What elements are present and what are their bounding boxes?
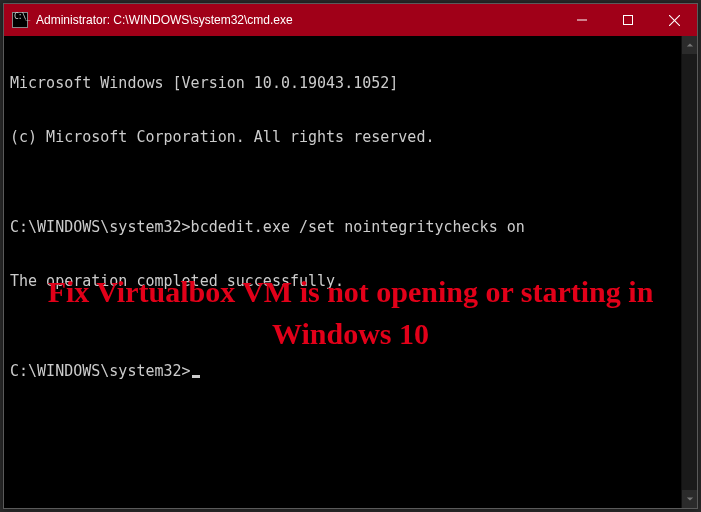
chevron-up-icon: [686, 41, 694, 49]
terminal-prompt: C:\WINDOWS\system32>: [10, 362, 191, 380]
close-icon: [669, 15, 680, 26]
titlebar[interactable]: Administrator: C:\WINDOWS\system32\cmd.e…: [4, 4, 697, 36]
cmd-icon: [12, 12, 28, 28]
minimize-button[interactable]: [559, 4, 605, 36]
close-button[interactable]: [651, 4, 697, 36]
window-title: Administrator: C:\WINDOWS\system32\cmd.e…: [36, 13, 559, 27]
terminal-line: C:\WINDOWS\system32>bcdedit.exe /set noi…: [10, 218, 691, 236]
maximize-icon: [623, 15, 633, 25]
terminal-body[interactable]: Microsoft Windows [Version 10.0.19043.10…: [4, 36, 697, 508]
cursor-icon: [192, 375, 200, 378]
minimize-icon: [577, 15, 587, 25]
terminal-line: (c) Microsoft Corporation. All rights re…: [10, 128, 691, 146]
cmd-window: Administrator: C:\WINDOWS\system32\cmd.e…: [3, 3, 698, 509]
svg-rect-1: [624, 16, 633, 25]
terminal-line: Microsoft Windows [Version 10.0.19043.10…: [10, 74, 691, 92]
scroll-up-button[interactable]: [682, 36, 697, 54]
scroll-track[interactable]: [682, 54, 697, 490]
scrollbar[interactable]: [681, 36, 697, 508]
window-controls: [559, 4, 697, 36]
maximize-button[interactable]: [605, 4, 651, 36]
chevron-down-icon: [686, 495, 694, 503]
scroll-down-button[interactable]: [682, 490, 697, 508]
terminal-prompt-line: C:\WINDOWS\system32>: [10, 362, 691, 380]
overlay-caption: Fix Virtualbox VM is not opening or star…: [4, 271, 697, 355]
